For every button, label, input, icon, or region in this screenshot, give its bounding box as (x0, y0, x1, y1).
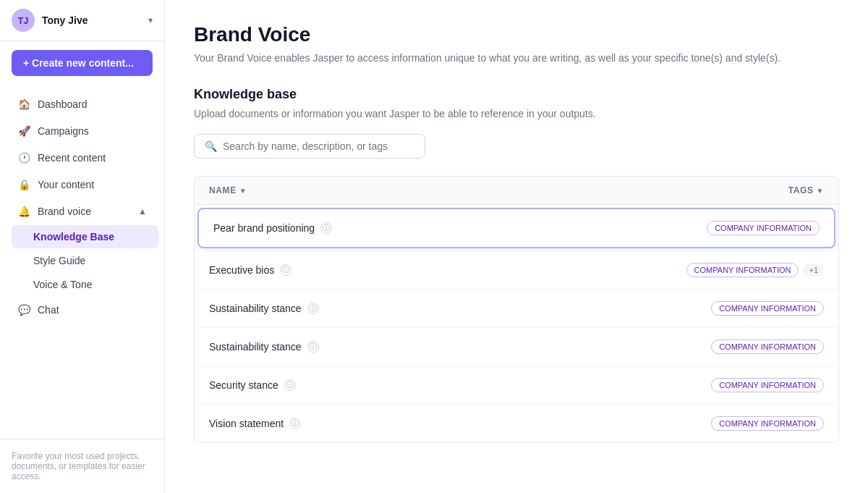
sidebar-item-knowledge-base[interactable]: Knowledge Base (12, 225, 158, 248)
table-row[interactable]: Sustainability stance ⓘ COMPANY INFORMAT… (195, 328, 838, 366)
table-row[interactable]: Sustainability stance ⓘ COMPANY INFORMAT… (195, 290, 838, 328)
avatar: TJ (12, 9, 35, 32)
row-tags: COMPANY INFORMATION (711, 340, 824, 354)
brand-voice-icon: 🔔 (17, 205, 30, 218)
sidebar-footer: Favorite your most used projects, docume… (0, 439, 164, 493)
table-row-highlighted[interactable]: Pear brand positioning ⓘ COMPANY INFORMA… (197, 208, 835, 248)
section-title: Knowledge base (194, 87, 839, 102)
info-icon[interactable]: ⓘ (284, 379, 296, 391)
tag-company-info: COMPANY INFORMATION (711, 378, 824, 392)
tag-company-info: COMPANY INFORMATION (711, 301, 824, 316)
table-row[interactable]: Security stance ⓘ COMPANY INFORMATION (195, 366, 838, 405)
sidebar-item-label: Dashboard (38, 98, 88, 110)
sidebar-item-chat[interactable]: 💬 Chat (6, 297, 158, 323)
row-name: Executive bios ⓘ (209, 264, 292, 276)
sort-icon: ▼ (239, 187, 247, 195)
chat-icon: 💬 (17, 303, 30, 316)
search-bar[interactable]: 🔍 (194, 134, 425, 159)
sidebar-item-label: Campaigns (38, 125, 89, 137)
section-description: Upload documents or information you want… (194, 108, 839, 119)
collapse-icon: ▲ (138, 206, 147, 216)
sidebar: TJ Tony Jive ▾ + Create new content... 🏠… (0, 0, 165, 493)
sidebar-item-campaigns[interactable]: 🚀 Campaigns (6, 118, 158, 144)
sidebar-item-recent-content[interactable]: 🕐 Recent content (6, 145, 158, 171)
sidebar-item-dashboard[interactable]: 🏠 Dashboard (6, 91, 158, 117)
row-tags: COMPANY INFORMATION (707, 221, 820, 235)
row-tags: COMPANY INFORMATION +1 (686, 263, 824, 277)
row-name: Sustainability stance ⓘ (209, 341, 319, 353)
row-name: Vision statement ⓘ (209, 418, 301, 429)
tag-company-info: COMPANY INFORMATION (711, 416, 824, 431)
sidebar-item-label: Recent content (38, 152, 106, 164)
sidebar-item-label: Your content (38, 179, 94, 190)
sidebar-item-your-content[interactable]: 🔒 Your content (6, 172, 158, 198)
sidebar-item-label: Chat (38, 304, 59, 316)
page-subtitle: Your Brand Voice enables Jasper to acces… (194, 52, 839, 64)
search-icon: 🔍 (205, 140, 217, 152)
sidebar-item-brand-voice[interactable]: 🔔 Brand voice ▲ (6, 198, 158, 224)
tag-company-info: COMPANY INFORMATION (711, 340, 824, 354)
lock-icon: 🔒 (17, 178, 30, 191)
campaigns-icon: 🚀 (17, 125, 30, 138)
create-new-content-button[interactable]: + Create new content... (12, 50, 153, 76)
table-row[interactable]: Vision statement ⓘ COMPANY INFORMATION (195, 405, 838, 442)
row-tags: COMPANY INFORMATION (711, 416, 824, 431)
brand-voice-children: Knowledge Base Style Guide Voice & Tone (0, 225, 164, 296)
main-content: Brand Voice Your Brand Voice enables Jas… (165, 0, 868, 493)
clock-icon: 🕐 (17, 151, 30, 164)
home-icon: 🏠 (17, 98, 30, 111)
page-title: Brand Voice (194, 23, 839, 46)
info-icon[interactable]: ⓘ (280, 264, 292, 276)
row-name: Sustainability stance ⓘ (209, 303, 319, 314)
knowledge-base-table: NAME ▼ TAGS ▼ Pear brand positioning ⓘ C… (194, 176, 839, 443)
info-icon[interactable]: ⓘ (307, 341, 319, 353)
search-input[interactable] (223, 140, 414, 152)
info-icon[interactable]: ⓘ (320, 222, 332, 234)
col-tags-header[interactable]: TAGS ▼ (788, 185, 824, 195)
table-row[interactable]: Executive bios ⓘ COMPANY INFORMATION +1 (195, 251, 838, 290)
user-menu[interactable]: TJ Tony Jive ▾ (0, 0, 164, 41)
sort-icon: ▼ (817, 187, 825, 195)
chevron-down-icon: ▾ (148, 15, 153, 25)
sidebar-item-voice-tone[interactable]: Voice & Tone (12, 273, 158, 296)
sidebar-item-style-guide[interactable]: Style Guide (12, 249, 158, 272)
row-tags: COMPANY INFORMATION (711, 301, 824, 316)
sidebar-item-label: Brand voice (38, 206, 91, 217)
info-icon[interactable]: ⓘ (307, 303, 319, 314)
table-header: NAME ▼ TAGS ▼ (195, 177, 838, 205)
row-tags: COMPANY INFORMATION (711, 378, 824, 392)
row-name: Security stance ⓘ (209, 379, 296, 391)
tag-company-info: COMPANY INFORMATION (686, 263, 799, 277)
row-name: Pear brand positioning ⓘ (213, 222, 332, 234)
col-name-header[interactable]: NAME ▼ (209, 185, 247, 195)
tag-company-info: COMPANY INFORMATION (707, 221, 820, 235)
tag-plus: +1 (803, 264, 824, 277)
info-icon[interactable]: ⓘ (289, 418, 301, 429)
user-name: Tony Jive (42, 14, 148, 26)
nav-list: 🏠 Dashboard 🚀 Campaigns 🕐 Recent content… (0, 85, 164, 439)
